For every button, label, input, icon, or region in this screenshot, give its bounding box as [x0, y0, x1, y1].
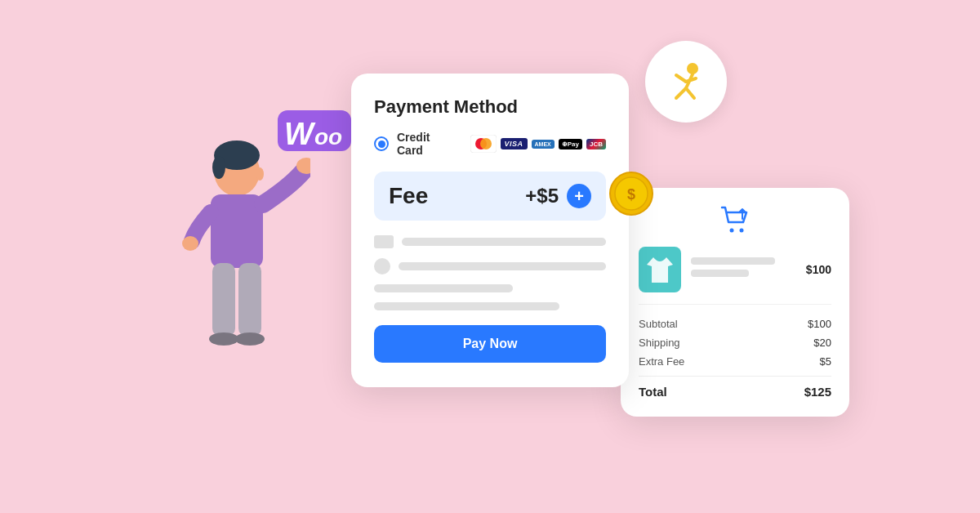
svg-point-6	[182, 236, 198, 251]
svg-point-27	[740, 229, 744, 233]
product-name-line	[691, 257, 775, 265]
fee-label: Fee	[389, 183, 428, 209]
svg-line-18	[676, 88, 686, 98]
svg-rect-7	[212, 263, 235, 337]
form-fields	[374, 235, 606, 310]
amex-icon: AMEX	[532, 140, 555, 149]
credit-card-label: Credit Card	[397, 131, 456, 157]
credit-card-radio[interactable]	[374, 136, 389, 151]
order-card: $100 Subtotal $100 Shipping $20 Extra Fe…	[621, 188, 849, 417]
order-row-shipping: Shipping $20	[639, 337, 831, 349]
card-field-icon	[374, 235, 394, 248]
card-field-line	[402, 238, 606, 246]
svg-text:oo: oo	[314, 124, 342, 149]
order-divider	[639, 376, 831, 377]
payment-title: Payment Method	[374, 96, 606, 118]
svg-point-26	[730, 229, 734, 233]
shirt-icon	[645, 253, 675, 286]
visa-icon: VISA	[501, 138, 528, 149]
field-row-3	[374, 284, 606, 292]
cart-icon-row	[639, 206, 831, 234]
radio-inner	[378, 141, 385, 148]
svg-line-17	[686, 78, 696, 82]
product-row: $100	[639, 247, 831, 305]
svg-line-16	[676, 75, 686, 82]
svg-point-10	[235, 332, 265, 346]
cart-icon	[720, 206, 750, 234]
product-thumbnail	[639, 247, 681, 292]
woo-logo: W oo	[278, 106, 351, 155]
person-field-icon	[374, 258, 390, 274]
extra-fee-value: $5	[820, 355, 831, 368]
order-total-row: Total $125	[639, 385, 831, 399]
svg-point-3	[256, 167, 264, 181]
runner-icon	[645, 41, 727, 123]
short-field-line-2	[374, 302, 559, 310]
main-scene: W oo $ Payment Method	[0, 0, 980, 513]
svg-point-2	[212, 156, 225, 179]
product-desc-line	[691, 270, 749, 277]
order-row-subtotal: Subtotal $100	[639, 318, 831, 330]
field-row-4	[374, 302, 606, 310]
svg-point-9	[209, 332, 238, 346]
order-row-fee: Extra Fee $5	[639, 355, 831, 368]
shipping-value: $20	[813, 337, 831, 349]
payment-card: Payment Method Credit Card VISA AMEX ⊕Pa…	[351, 74, 629, 387]
pay-now-button[interactable]: Pay Now	[374, 325, 606, 363]
fee-amount: +$5	[525, 185, 559, 207]
coin-icon: $	[609, 172, 653, 216]
svg-rect-8	[238, 263, 261, 337]
subtotal-label: Subtotal	[639, 318, 678, 330]
apple-pay-icon: ⊕Pay	[559, 139, 582, 149]
fee-box: Fee +$5 +	[374, 172, 606, 221]
total-label: Total	[639, 385, 667, 399]
svg-line-19	[686, 88, 694, 98]
field-row-1	[374, 235, 606, 248]
svg-point-25	[480, 138, 492, 149]
product-price: $100	[806, 263, 831, 276]
order-summary-table: Subtotal $100 Shipping $20 Extra Fee $5 …	[639, 318, 831, 399]
svg-text:$: $	[627, 186, 635, 203]
product-details	[691, 257, 796, 282]
svg-text:W: W	[284, 117, 316, 151]
short-field-line-1	[374, 284, 513, 292]
payment-methods-row: Credit Card VISA AMEX ⊕Pay JCB	[374, 131, 606, 157]
fee-amount-row: +$5 +	[525, 184, 591, 208]
svg-point-14	[687, 63, 698, 74]
card-icons: VISA AMEX ⊕Pay JCB	[470, 135, 607, 153]
extra-fee-label: Extra Fee	[639, 355, 684, 368]
mastercard-icon	[470, 135, 497, 153]
subtotal-value: $100	[808, 318, 831, 330]
jcb-icon: JCB	[586, 139, 606, 149]
plus-button[interactable]: +	[567, 184, 591, 208]
total-value: $125	[804, 385, 831, 399]
person-field-line	[399, 262, 606, 270]
shipping-label: Shipping	[639, 337, 680, 349]
person-illustration	[163, 123, 310, 433]
field-row-2	[374, 258, 606, 274]
